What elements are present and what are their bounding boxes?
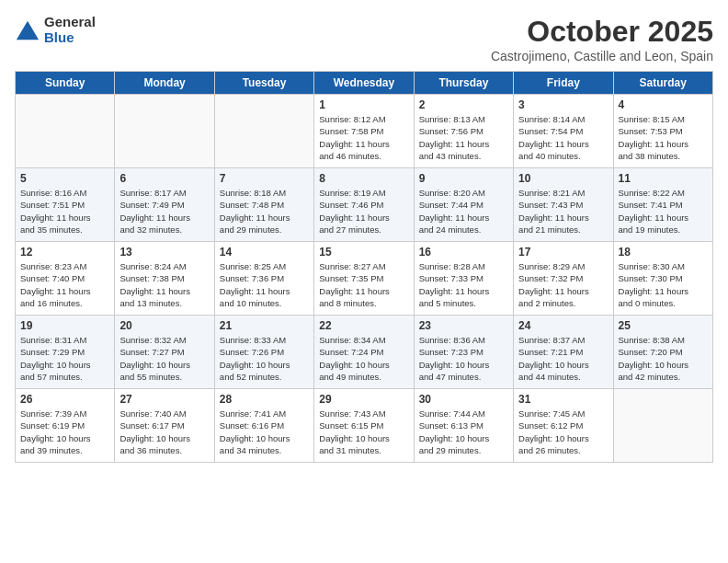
calendar-day-cell: 30Sunrise: 7:44 AM Sunset: 6:13 PM Dayli… (414, 389, 513, 463)
calendar-day-cell: 25Sunrise: 8:38 AM Sunset: 7:20 PM Dayli… (613, 316, 712, 389)
day-info: Sunrise: 8:22 AM Sunset: 7:41 PM Dayligh… (619, 187, 708, 236)
day-number: 9 (419, 172, 508, 185)
weekday-header-monday: Monday (115, 72, 214, 95)
calendar-day-cell: 4Sunrise: 8:15 AM Sunset: 7:53 PM Daylig… (613, 95, 712, 168)
day-info: Sunrise: 8:31 AM Sunset: 7:29 PM Dayligh… (20, 334, 109, 383)
day-info: Sunrise: 8:32 AM Sunset: 7:27 PM Dayligh… (119, 334, 209, 383)
day-number: 13 (119, 246, 209, 259)
day-info: Sunrise: 8:16 AM Sunset: 7:51 PM Dayligh… (20, 187, 109, 236)
calendar-day-cell: 14Sunrise: 8:25 AM Sunset: 7:36 PM Dayli… (214, 242, 313, 316)
day-number: 5 (20, 172, 109, 185)
weekday-header-sunday: Sunday (16, 72, 115, 95)
day-number: 10 (518, 172, 608, 185)
calendar-day-cell (613, 389, 712, 463)
calendar-day-cell (115, 95, 214, 168)
calendar-week-row: 12Sunrise: 8:23 AM Sunset: 7:40 PM Dayli… (16, 242, 713, 316)
day-number: 6 (119, 172, 209, 185)
calendar-day-cell: 15Sunrise: 8:27 AM Sunset: 7:35 PM Dayli… (314, 242, 414, 316)
day-info: Sunrise: 8:37 AM Sunset: 7:21 PM Dayligh… (518, 334, 608, 383)
day-info: Sunrise: 8:30 AM Sunset: 7:30 PM Dayligh… (619, 260, 708, 309)
day-info: Sunrise: 8:17 AM Sunset: 7:49 PM Dayligh… (119, 187, 209, 236)
day-number: 8 (319, 172, 408, 185)
calendar-week-row: 19Sunrise: 8:31 AM Sunset: 7:29 PM Dayli… (16, 316, 713, 389)
day-number: 7 (220, 172, 309, 185)
day-info: Sunrise: 8:19 AM Sunset: 7:46 PM Dayligh… (319, 187, 408, 236)
day-info: Sunrise: 8:25 AM Sunset: 7:36 PM Dayligh… (220, 260, 309, 309)
day-info: Sunrise: 8:14 AM Sunset: 7:54 PM Dayligh… (518, 113, 608, 162)
calendar-day-cell: 10Sunrise: 8:21 AM Sunset: 7:43 PM Dayli… (514, 168, 613, 242)
day-number: 1 (319, 98, 408, 111)
calendar-day-cell: 12Sunrise: 8:23 AM Sunset: 7:40 PM Dayli… (16, 242, 115, 316)
day-info: Sunrise: 7:43 AM Sunset: 6:15 PM Dayligh… (319, 408, 408, 456)
day-number: 18 (619, 246, 708, 259)
day-number: 4 (619, 98, 708, 111)
day-info: Sunrise: 8:23 AM Sunset: 7:40 PM Dayligh… (20, 260, 109, 309)
logo-icon (15, 17, 40, 43)
calendar-day-cell: 26Sunrise: 7:39 AM Sunset: 6:19 PM Dayli… (16, 389, 115, 463)
page-header: General Blue October 2025 Castrojimeno, … (15, 15, 713, 63)
calendar-body: 1Sunrise: 8:12 AM Sunset: 7:58 PM Daylig… (16, 95, 713, 463)
day-number: 29 (319, 393, 408, 406)
weekday-header-thursday: Thursday (414, 72, 513, 95)
month-title: October 2025 (491, 15, 713, 49)
calendar-week-row: 1Sunrise: 8:12 AM Sunset: 7:58 PM Daylig… (16, 95, 713, 168)
day-info: Sunrise: 8:29 AM Sunset: 7:32 PM Dayligh… (518, 260, 608, 309)
calendar-day-cell: 1Sunrise: 8:12 AM Sunset: 7:58 PM Daylig… (314, 95, 414, 168)
weekday-header-friday: Friday (514, 72, 613, 95)
day-info: Sunrise: 8:12 AM Sunset: 7:58 PM Dayligh… (319, 113, 408, 162)
calendar-day-cell: 7Sunrise: 8:18 AM Sunset: 7:48 PM Daylig… (214, 168, 313, 242)
day-info: Sunrise: 7:41 AM Sunset: 6:16 PM Dayligh… (220, 408, 309, 456)
calendar-day-cell: 20Sunrise: 8:32 AM Sunset: 7:27 PM Dayli… (115, 316, 214, 389)
day-info: Sunrise: 8:21 AM Sunset: 7:43 PM Dayligh… (518, 187, 608, 236)
day-number: 22 (319, 319, 408, 332)
day-number: 24 (518, 319, 608, 332)
day-number: 25 (619, 319, 708, 332)
logo-blue-text: Blue (44, 30, 96, 46)
calendar-day-cell: 6Sunrise: 8:17 AM Sunset: 7:49 PM Daylig… (115, 168, 214, 242)
day-info: Sunrise: 7:45 AM Sunset: 6:12 PM Dayligh… (518, 408, 608, 456)
calendar-day-cell: 24Sunrise: 8:37 AM Sunset: 7:21 PM Dayli… (514, 316, 613, 389)
day-number: 30 (419, 393, 508, 406)
calendar-day-cell: 5Sunrise: 8:16 AM Sunset: 7:51 PM Daylig… (16, 168, 115, 242)
calendar-day-cell: 3Sunrise: 8:14 AM Sunset: 7:54 PM Daylig… (514, 95, 613, 168)
calendar-day-cell: 22Sunrise: 8:34 AM Sunset: 7:24 PM Dayli… (314, 316, 414, 389)
day-info: Sunrise: 8:18 AM Sunset: 7:48 PM Dayligh… (220, 187, 309, 236)
calendar-day-cell: 21Sunrise: 8:33 AM Sunset: 7:26 PM Dayli… (214, 316, 313, 389)
location-title: Castrojimeno, Castille and Leon, Spain (491, 49, 713, 63)
calendar-day-cell (214, 95, 313, 168)
calendar-day-cell: 11Sunrise: 8:22 AM Sunset: 7:41 PM Dayli… (613, 168, 712, 242)
day-info: Sunrise: 7:40 AM Sunset: 6:17 PM Dayligh… (119, 408, 209, 456)
day-number: 2 (419, 98, 508, 111)
calendar-day-cell: 29Sunrise: 7:43 AM Sunset: 6:15 PM Dayli… (314, 389, 414, 463)
day-info: Sunrise: 8:34 AM Sunset: 7:24 PM Dayligh… (319, 334, 408, 383)
calendar-table: SundayMondayTuesdayWednesdayThursdayFrid… (15, 71, 713, 463)
day-number: 27 (119, 393, 209, 406)
day-number: 23 (419, 319, 508, 332)
day-number: 28 (220, 393, 309, 406)
calendar-day-cell: 17Sunrise: 8:29 AM Sunset: 7:32 PM Dayli… (514, 242, 613, 316)
calendar-header: SundayMondayTuesdayWednesdayThursdayFrid… (16, 72, 713, 95)
day-info: Sunrise: 7:39 AM Sunset: 6:19 PM Dayligh… (20, 408, 109, 456)
day-number: 21 (220, 319, 309, 332)
day-number: 11 (619, 172, 708, 185)
weekday-header-saturday: Saturday (613, 72, 712, 95)
calendar-day-cell: 16Sunrise: 8:28 AM Sunset: 7:33 PM Dayli… (414, 242, 513, 316)
calendar-week-row: 5Sunrise: 8:16 AM Sunset: 7:51 PM Daylig… (16, 168, 713, 242)
day-number: 19 (20, 319, 109, 332)
day-info: Sunrise: 8:38 AM Sunset: 7:20 PM Dayligh… (619, 334, 708, 383)
svg-marker-0 (17, 20, 39, 40)
weekday-header-wednesday: Wednesday (314, 72, 414, 95)
day-info: Sunrise: 8:20 AM Sunset: 7:44 PM Dayligh… (419, 187, 508, 236)
calendar-day-cell: 9Sunrise: 8:20 AM Sunset: 7:44 PM Daylig… (414, 168, 513, 242)
day-number: 16 (419, 246, 508, 259)
day-number: 15 (319, 246, 408, 259)
calendar-day-cell: 18Sunrise: 8:30 AM Sunset: 7:30 PM Dayli… (613, 242, 712, 316)
calendar-day-cell: 31Sunrise: 7:45 AM Sunset: 6:12 PM Dayli… (514, 389, 613, 463)
calendar-day-cell: 13Sunrise: 8:24 AM Sunset: 7:38 PM Dayli… (115, 242, 214, 316)
calendar-day-cell: 8Sunrise: 8:19 AM Sunset: 7:46 PM Daylig… (314, 168, 414, 242)
logo: General Blue (15, 15, 96, 45)
calendar-day-cell: 27Sunrise: 7:40 AM Sunset: 6:17 PM Dayli… (115, 389, 214, 463)
day-info: Sunrise: 8:28 AM Sunset: 7:33 PM Dayligh… (419, 260, 508, 309)
logo-general-text: General (44, 15, 96, 30)
calendar-day-cell: 28Sunrise: 7:41 AM Sunset: 6:16 PM Dayli… (214, 389, 313, 463)
